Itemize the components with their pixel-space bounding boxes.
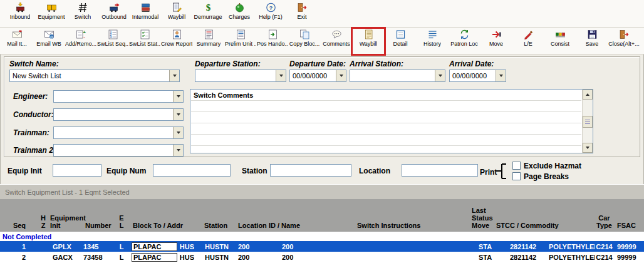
scrollbar-thumb[interactable]	[583, 116, 593, 128]
l-e-button[interactable]: L/E	[512, 29, 544, 54]
trainman2-label: Trainman 2:	[13, 146, 56, 155]
block-to-editor[interactable]: PLAPAC	[132, 242, 177, 251]
engineer-select[interactable]	[53, 90, 184, 103]
toolbar-button-label: Comments	[323, 41, 350, 47]
save-button[interactable]: Save	[576, 29, 608, 54]
scroll-down-icon[interactable]	[583, 143, 593, 153]
switch-name-select[interactable]: New Switch List	[9, 70, 180, 82]
exit-button[interactable]: Exit	[286, 2, 318, 27]
patron-loc-button[interactable]: Patron Loc	[449, 29, 480, 54]
exclude-hazmat-label: Exclude Hazmat	[524, 162, 581, 170]
chevron-down-icon[interactable]	[173, 109, 183, 120]
toolbar-button-label: Summary	[197, 41, 221, 47]
column-header-block-to[interactable]: Block To / Addr	[129, 199, 194, 232]
detail-button[interactable]: Detail	[385, 29, 416, 54]
svg-text:-: -	[83, 34, 85, 39]
switch-comments-box[interactable]: Switch Comments	[190, 89, 593, 153]
equipment-button[interactable]: Equipment	[36, 2, 67, 27]
comments-scrollbar[interactable]	[582, 90, 593, 153]
arrival-date-picker[interactable]: 00/00/0000	[449, 70, 506, 82]
copy-bloc-button[interactable]: Copy Bloc...	[289, 29, 320, 54]
column-header-station[interactable]: Station	[194, 199, 232, 232]
page-breaks-checkbox[interactable]	[512, 172, 521, 180]
cell-station: HUSTN	[194, 254, 232, 261]
trainman-select[interactable]	[53, 126, 184, 139]
chevron-down-icon[interactable]	[435, 70, 445, 81]
column-header-car-type[interactable]: Car Type	[595, 199, 613, 232]
demurrage-button[interactable]: $Demurrage	[192, 2, 224, 27]
mail-it-button[interactable]: Mail It...	[1, 29, 33, 54]
conductor-select[interactable]	[53, 108, 184, 121]
column-header-fsac[interactable]: FSAC	[613, 199, 644, 232]
station-input[interactable]	[270, 164, 351, 177]
history-button[interactable]: History	[417, 29, 448, 54]
add-remo-button[interactable]: +-Add/Remo...	[65, 29, 96, 54]
consist-icon	[554, 29, 566, 40]
column-header-location[interactable]: Location ID / Name	[232, 199, 351, 232]
close-alt-button[interactable]: Close(Alt+...	[608, 29, 640, 54]
help-f1-button[interactable]: ?Help (F1)	[255, 2, 286, 27]
engineer-label: Engineer:	[13, 92, 48, 101]
toolbar-button-label: Prelim Unit ...	[225, 41, 256, 47]
equipment-row[interactable]: 1GPLX1345LPLAPACHUSHUSTN200200STA2821142…	[0, 241, 644, 252]
arrival-station-select[interactable]	[350, 70, 445, 82]
trainman2-select[interactable]	[53, 144, 184, 157]
column-header-last-status-move[interactable]: Last Status Move	[470, 199, 492, 232]
toolbar-button-label: Save	[586, 41, 599, 47]
chevron-down-icon[interactable]	[336, 70, 346, 81]
comments-button[interactable]: Comments	[321, 29, 352, 54]
grid-title: Switch Equipment List - 1 Eqmt Selected	[0, 184, 644, 199]
crew-report-button[interactable]: Crew Report	[161, 29, 192, 54]
column-header-equipment[interactable]: Equipment Init Number	[48, 199, 114, 232]
waybill-button[interactable]: Waybill	[353, 29, 384, 54]
toolbar-button-label: Patron Loc	[450, 41, 478, 47]
detail-icon	[395, 29, 406, 40]
switch-button[interactable]: Switch	[67, 2, 98, 27]
column-header-switch-instructions[interactable]: Switch Instructions	[351, 199, 470, 232]
email-icon: @	[43, 29, 55, 40]
move-button[interactable]: Move	[480, 29, 512, 54]
swlist-seq-button[interactable]: 123SwList Seq...	[97, 29, 128, 54]
cell-el: L	[114, 254, 129, 261]
chevron-down-icon[interactable]	[169, 70, 179, 81]
column-header-el[interactable]: E L	[114, 199, 129, 232]
equipment-row[interactable]: 2GACX73458LPLAPACHUSHUSTN200200STA282114…	[0, 252, 644, 262]
exclude-hazmat-checkbox[interactable]	[512, 162, 521, 170]
cell-location-id: 200	[232, 254, 276, 261]
charges-button[interactable]: Charges	[224, 2, 255, 27]
column-header-hz[interactable]: H Z	[39, 199, 48, 232]
equip-num-input[interactable]	[153, 164, 231, 177]
comments-icon	[331, 29, 342, 40]
equip-init-input[interactable]	[53, 164, 101, 177]
switch-name-label: Switch Name:	[9, 59, 59, 68]
consist-button[interactable]: Consist	[544, 29, 576, 54]
chevron-down-icon[interactable]	[496, 70, 506, 81]
move-icon	[491, 29, 502, 40]
email-wb-button[interactable]: @Email WB	[33, 29, 65, 54]
summary-button[interactable]: Summary	[193, 29, 224, 54]
chevron-down-icon[interactable]	[276, 70, 286, 81]
cell-last-status-move: STA	[470, 243, 492, 250]
outbound-button[interactable]: Outbound	[98, 2, 130, 27]
cell-el: L	[114, 243, 129, 250]
departure-date-picker[interactable]: 00/00/0000	[289, 70, 346, 82]
column-header-number: Number	[81, 222, 112, 229]
toolbar-button-label: Copy Bloc...	[289, 41, 320, 47]
prelim-unit-button[interactable]: Prelim Unit ...	[225, 29, 256, 54]
cell-seq: 2	[0, 254, 39, 261]
pos-hando-button[interactable]: Pos Hando...	[257, 29, 288, 54]
inbound-button[interactable]: Inbound	[4, 2, 36, 27]
block-to-editor[interactable]: PLAPAC	[132, 253, 177, 262]
chevron-down-icon[interactable]	[173, 127, 183, 138]
column-header-seq[interactable]: Seq	[0, 199, 39, 232]
chevron-down-icon[interactable]	[173, 145, 183, 156]
column-header-stcc-commodity[interactable]: STCC / Commodity	[492, 199, 595, 232]
chevron-down-icon[interactable]	[173, 91, 183, 102]
switch-comments-label: Switch Comments	[194, 91, 253, 99]
departure-station-select[interactable]	[195, 70, 286, 82]
waybill-button[interactable]: Waybill	[161, 2, 192, 27]
scroll-up-icon[interactable]	[583, 90, 593, 100]
swlist-stat-button[interactable]: SwList Stat...	[129, 29, 160, 54]
location-input[interactable]	[402, 164, 478, 177]
intermodal-button[interactable]: Intermodal	[130, 2, 161, 27]
